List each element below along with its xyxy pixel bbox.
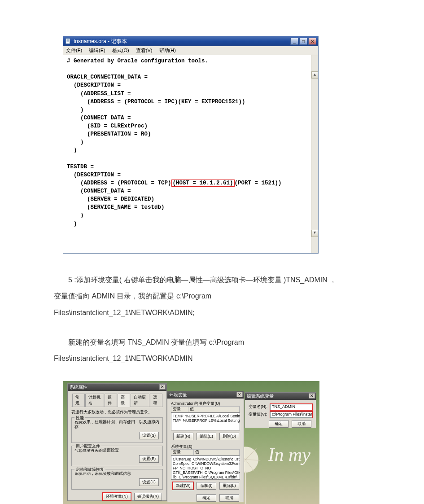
group-user-profile: 用户配置文件 与您登录有关的桌面设置 设置(E) bbox=[71, 446, 163, 466]
editor-line: (CONNECT_DATA = bbox=[67, 188, 131, 194]
list-item[interactable]: FP_NO_HOST_C NO bbox=[173, 466, 238, 470]
sys-new-button[interactable]: 新建(W) bbox=[173, 482, 194, 490]
notepad-title: tnsnames.ora - 记事本 bbox=[74, 38, 289, 45]
delete-button[interactable]: 删除(D) bbox=[219, 433, 240, 440]
group-text: 视觉效果，处理器计划，内存使用，以及虚拟内存 bbox=[74, 420, 160, 429]
sys-vars-list[interactable]: ClusterLog C:\WINDOWS\Cluster\cluster.lo… bbox=[171, 456, 240, 480]
edit-title: 编辑系统变量 bbox=[247, 393, 274, 399]
var-name-row: 变量名(N): TNS_ADMIN bbox=[249, 404, 312, 410]
var-value-input[interactable]: c:\Program Files\instantclient_12_1 bbox=[270, 412, 312, 418]
cancel-button[interactable]: 取消 bbox=[292, 420, 311, 428]
notepad-window: tnsnames.ora - 记事本 _ □ ✕ 文件(F) 编辑(E) 格式(… bbox=[63, 36, 319, 254]
edit-button[interactable]: 编辑(E) bbox=[197, 433, 216, 440]
var-name-input[interactable]: TNS_ADMIN bbox=[270, 404, 312, 410]
svg-line-9 bbox=[245, 460, 260, 460]
menu-help[interactable]: 帮助(H) bbox=[159, 48, 176, 53]
editor-line: (SERVER = DEDICATED) bbox=[67, 196, 154, 202]
sysprops-title: 系统属性 bbox=[70, 384, 87, 390]
group-performance: 性能 视觉效果，处理器计划，内存使用，以及虚拟内存 设置(S) bbox=[71, 417, 163, 443]
col-name: 变量 bbox=[171, 450, 194, 455]
close-icon[interactable]: ✕ bbox=[309, 393, 315, 399]
env-vars-dialog: 环境变量 ✕ Administrator 的用户变量(U) 变量 值 TEMP … bbox=[167, 391, 244, 502]
sysprops-titlebar[interactable]: 系统属性 ✕ bbox=[68, 384, 166, 391]
editor-line: ) bbox=[67, 147, 77, 153]
notepad-titlebar[interactable]: tnsnames.ora - 记事本 _ □ ✕ bbox=[63, 36, 318, 46]
tab-computer[interactable]: 计算机名 bbox=[85, 394, 104, 407]
vertical-scrollbar[interactable]: ▲ ▼ bbox=[311, 55, 318, 253]
env-screenshot: In my 系统属性 ✕ 常规 计算机名 硬件 bbox=[63, 381, 319, 504]
tab-advanced[interactable]: 高级 bbox=[118, 394, 130, 407]
tab-general[interactable]: 常规 bbox=[72, 394, 85, 407]
close-icon[interactable]: ✕ bbox=[159, 384, 166, 390]
close-icon[interactable]: ✕ bbox=[236, 392, 243, 397]
editor-line: (DESCRIPTION = bbox=[67, 82, 121, 88]
list-item[interactable]: ClusterLog C:\WINDOWS\Cluster\cluster.lo… bbox=[173, 457, 238, 461]
doc-paragraph: 变量值指向 ADMIN 目录，我的配置是 c:\Program bbox=[54, 288, 370, 305]
system-properties-dialog: 系统属性 ✕ 常规 计算机名 硬件 高级 自动更新 远程 要进行大多数改动，您必… bbox=[67, 383, 167, 501]
document-page: tnsnames.ora - 记事本 _ □ ✕ 文件(F) 编辑(E) 格式(… bbox=[0, 0, 424, 504]
settings-button[interactable]: 设置(S) bbox=[139, 432, 159, 439]
menu-edit[interactable]: 编辑(E) bbox=[89, 48, 105, 53]
group-startup: 启动和故障恢复 系统启动，系统失败和调试信息 设置(T) bbox=[71, 469, 163, 490]
tab-remote[interactable]: 远程 bbox=[150, 394, 162, 407]
svg-line-7 bbox=[245, 448, 257, 460]
user-vars-header: Administrator 的用户变量(U) bbox=[171, 401, 240, 406]
menu-file[interactable]: 文件(F) bbox=[66, 48, 82, 53]
window-controls: _ □ ✕ bbox=[289, 38, 316, 45]
minimize-button[interactable]: _ bbox=[290, 38, 298, 45]
env-title: 环境变量 bbox=[169, 392, 187, 398]
notepad-icon bbox=[65, 38, 71, 44]
new-button[interactable]: 新建(N) bbox=[173, 433, 193, 440]
editor-line: (CONNECT_DATA = bbox=[67, 115, 131, 121]
settings-button[interactable]: 设置(T) bbox=[139, 478, 159, 486]
sysprops-tabs: 常规 计算机名 硬件 高级 自动更新 远程 bbox=[71, 394, 163, 407]
editor-line: (PRESENTATION = RO) bbox=[67, 131, 151, 137]
sys-delete-button[interactable]: 删除(L) bbox=[219, 482, 239, 490]
editor-line: (ADDRESS = (PROTOCOL = TCP) bbox=[67, 180, 171, 186]
edit-titlebar[interactable]: 编辑系统变量 ✕ bbox=[245, 393, 316, 400]
editor-line: (ADDRESS_LIST = bbox=[67, 91, 131, 97]
tab-update[interactable]: 自动更新 bbox=[131, 394, 149, 407]
list-item[interactable]: ComSpec C:\WINDOWS\system32\cmd.exe bbox=[173, 461, 238, 466]
sys-edit-button[interactable]: 编辑(I) bbox=[197, 482, 216, 490]
editor-line: (PORT = 1521)) bbox=[235, 180, 282, 186]
editor-line: # Generated by Oracle configuration tool… bbox=[67, 58, 208, 64]
env-vars-button[interactable]: 环境变量(N) bbox=[103, 493, 131, 500]
user-vars-list[interactable]: TEMP %USERPROFILE%\Local Settings\Temp T… bbox=[171, 412, 240, 430]
doc-paragraph: Files\instantclient_12_1\NETWORK\ADMIN; bbox=[54, 304, 370, 321]
ok-button[interactable]: 确定 bbox=[269, 420, 288, 428]
var-name-label: 变量名(N): bbox=[249, 404, 270, 410]
group-title: 启动和故障恢复 bbox=[74, 467, 105, 473]
list-item[interactable]: TEMP %USERPROFILE%\Local Settings\Temp bbox=[173, 414, 238, 418]
settings-button[interactable]: 设置(E) bbox=[139, 455, 159, 463]
ok-button[interactable]: 确定 bbox=[197, 494, 216, 502]
editor-line: (ADDRESS = (PROTOCOL = IPC)(KEY = EXTPRO… bbox=[67, 99, 245, 105]
list-item[interactable]: GTK_BASEPATH C:\Program Files\GtkSharp\2… bbox=[173, 470, 238, 475]
list-header: 变量 值 bbox=[171, 449, 240, 456]
list-item[interactable]: NUMBER_OF_PR 2 bbox=[173, 479, 238, 480]
error-report-button[interactable]: 错误报告(R) bbox=[134, 493, 162, 500]
col-value: 值 bbox=[194, 450, 240, 455]
menu-view[interactable]: 查看(V) bbox=[136, 48, 153, 53]
var-value-row: 变量值(V): c:\Program Files\instantclient_1… bbox=[249, 412, 312, 418]
doc-paragraph: 新建的变量名填写 TNS_ADMIN 变量值填写 c:\Program bbox=[54, 334, 370, 351]
notepad-editor[interactable]: # Generated by Oracle configuration tool… bbox=[63, 55, 318, 253]
tab-hardware[interactable]: 硬件 bbox=[105, 394, 117, 407]
scroll-up-icon[interactable]: ▲ bbox=[311, 71, 318, 79]
editor-line: ) bbox=[67, 107, 84, 113]
host-highlight: (HOST = 10.1.2.61) bbox=[171, 180, 235, 187]
env-titlebar[interactable]: 环境变量 ✕ bbox=[167, 391, 244, 399]
list-item[interactable]: TMP %USERPROFILE%\Local Settings\Temp bbox=[173, 418, 238, 423]
cancel-button[interactable]: 取消 bbox=[219, 494, 239, 502]
list-item[interactable]: lib C:\Program Files\SQLXML 4.0\bin\ bbox=[173, 475, 238, 479]
scroll-down-icon[interactable]: ▼ bbox=[311, 230, 318, 237]
edit-variable-dialog: 编辑系统变量 ✕ 变量名(N): TNS_ADMIN 变量值(V): c:\Pr… bbox=[245, 392, 316, 428]
editor-line: (DESCRIPTION = bbox=[67, 172, 121, 178]
maximize-button[interactable]: □ bbox=[299, 38, 307, 45]
var-value-label: 变量值(V): bbox=[249, 412, 270, 417]
close-button[interactable]: ✕ bbox=[308, 38, 316, 45]
editor-line: ORACLR_CONNECTION_DATA = bbox=[67, 74, 148, 80]
editor-line: ) bbox=[67, 221, 77, 227]
menu-format[interactable]: 格式(O) bbox=[112, 48, 129, 53]
editor-line: ) bbox=[67, 139, 84, 145]
